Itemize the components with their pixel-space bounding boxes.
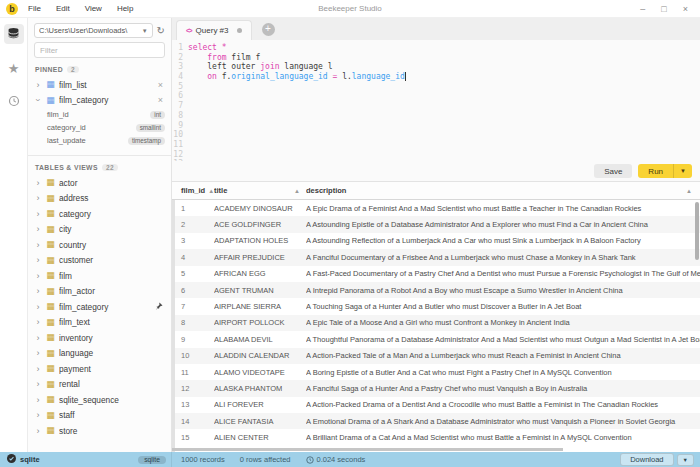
code-line: 5 — [172, 82, 700, 92]
sidebar-item-film[interactable]: › ▦ film — [34, 268, 165, 284]
sidebar-item-store[interactable]: › ▦ store — [34, 423, 165, 439]
cell-title: AFFAIR PREJUDICE — [214, 253, 306, 262]
table-icon: ▦ — [45, 333, 56, 342]
cell-title: ALADDIN CALENDAR — [214, 351, 306, 360]
run-options-caret[interactable]: ▼ — [673, 164, 692, 178]
horizontal-scrollbar[interactable] — [172, 448, 563, 451]
chevron-icon[interactable]: › — [34, 96, 42, 104]
close-button[interactable]: × — [683, 4, 688, 14]
cell-description: A Action-Packed Drama of a Dentist And a… — [306, 400, 700, 409]
sidebar-item-country[interactable]: › ▦ country — [34, 237, 165, 253]
chevron-icon[interactable]: › — [34, 349, 42, 357]
pinned-item-film_category[interactable]: › ▦ film_category × — [34, 93, 165, 109]
cell-film-id: 8 — [172, 318, 214, 327]
unpin-icon[interactable]: × — [158, 80, 165, 90]
filter-input[interactable] — [34, 42, 165, 58]
chevron-icon[interactable]: › — [34, 334, 42, 342]
table-row[interactable]: 11 ALAMO VIDEOTAPE A Boring Epistle of a… — [172, 364, 700, 380]
table-row[interactable]: 5 AFRICAN EGG A Fast-Paced Documentary o… — [172, 266, 700, 282]
sidebar-item-rental[interactable]: › ▦ rental — [34, 377, 165, 393]
chevron-icon[interactable]: › — [34, 179, 42, 187]
refresh-icon[interactable]: ↻ — [157, 26, 165, 36]
sidebar-item-film_category[interactable]: › ▦ film_category — [34, 299, 165, 315]
check-circle-icon — [7, 454, 16, 465]
column-header-description[interactable]: description ▲ — [306, 186, 700, 195]
table-row[interactable]: 9 ALABAMA DEVIL A Thoughtful Panorama of… — [172, 331, 700, 347]
minimize-button[interactable]: – — [640, 4, 645, 14]
chevron-icon[interactable]: › — [34, 411, 42, 419]
chevron-icon[interactable]: › — [34, 380, 42, 388]
connection-dropdown[interactable]: C:\Users\User\Downloads\ ▼ — [34, 23, 153, 38]
menu-view[interactable]: View — [85, 4, 102, 13]
column-header-film-id[interactable]: film_id ▲ — [172, 186, 214, 195]
table-row[interactable]: 15 ALIEN CENTER A Brilliant Drama of a C… — [172, 429, 700, 445]
download-button[interactable]: Download — [620, 453, 673, 466]
sidebar-item-staff[interactable]: › ▦ staff — [34, 408, 165, 424]
table-row[interactable]: 7 AIRPLANE SIERRA A Touching Saga of a H… — [172, 298, 700, 314]
sidebar-item-address[interactable]: › ▦ address — [34, 191, 165, 207]
caret-down-icon: ▼ — [142, 28, 148, 34]
chevron-icon[interactable]: › — [34, 241, 42, 249]
table-row[interactable]: 1 ACADEMY DINOSAUR A Epic Drama of a Fem… — [172, 200, 700, 216]
chevron-icon[interactable]: › — [34, 210, 42, 218]
sql-editor[interactable]: 1 select * 2 from film f 3 left outer jo… — [172, 40, 700, 161]
add-tab-button[interactable]: + — [262, 23, 275, 36]
menu-edit[interactable]: Edit — [56, 4, 70, 13]
sidebar-item-film_text[interactable]: › ▦ film_text — [34, 315, 165, 331]
sidebar-item-category[interactable]: › ▦ category — [34, 206, 165, 222]
database-tab-button[interactable] — [4, 24, 24, 44]
table-row[interactable]: 3 ADAPTATION HOLES A Astounding Reflecti… — [172, 233, 700, 249]
sort-icon[interactable]: ▲ — [686, 188, 692, 194]
chevron-icon[interactable]: › — [34, 81, 42, 89]
chevron-icon[interactable]: › — [34, 365, 42, 373]
cell-film-id: 10 — [172, 351, 214, 360]
sidebar-item-customer[interactable]: › ▦ customer — [34, 253, 165, 269]
chevron-icon[interactable]: › — [34, 272, 42, 280]
table-row[interactable]: 12 ALASKA PHANTOM A Fanciful Saga of a H… — [172, 380, 700, 396]
table-row[interactable]: 8 AIRPORT POLLOCK A Epic Tale of a Moose… — [172, 315, 700, 331]
save-button[interactable]: Save — [594, 164, 632, 178]
code-token: l. — [337, 72, 351, 81]
chevron-icon[interactable]: › — [34, 303, 42, 311]
column-type-badge: int — [150, 111, 165, 119]
chevron-icon[interactable]: › — [34, 427, 42, 435]
sidebar-item-city[interactable]: › ▦ city — [34, 222, 165, 238]
pinned-item-film_list[interactable]: › ▦ film_list × — [34, 77, 165, 93]
table-row[interactable]: 2 ACE GOLDFINGER A Astounding Epistle of… — [172, 216, 700, 232]
maximize-button[interactable]: □ — [661, 4, 666, 14]
favorites-tab-button[interactable]: ★ — [4, 58, 24, 78]
main-panel: <> Query #3 + 1 select * 2 from film f 3… — [172, 18, 700, 452]
connection-name[interactable]: sqlite — [20, 455, 40, 464]
menu-file[interactable]: File — [28, 4, 41, 13]
run-button[interactable]: Run — [638, 164, 673, 178]
chevron-icon[interactable]: › — [34, 225, 42, 233]
sidebar-item-language[interactable]: › ▦ language — [34, 346, 165, 362]
sidebar-item-payment[interactable]: › ▦ payment — [34, 361, 165, 377]
vertical-scrollbar[interactable] — [695, 202, 699, 260]
sidebar-item-actor[interactable]: › ▦ actor — [34, 175, 165, 191]
line-number: 8 — [172, 111, 188, 121]
history-tab-button[interactable] — [4, 92, 24, 112]
menu-help[interactable]: Help — [117, 4, 133, 13]
download-options-caret[interactable]: ▼ — [677, 454, 694, 466]
tables-section-header: TABLES & VIEWS 22 — [35, 164, 165, 171]
chevron-icon[interactable]: › — [34, 318, 42, 326]
column-header-title[interactable]: title ▲ — [214, 186, 306, 195]
sidebar-item-sqlite_sequence[interactable]: › ▦ sqlite_sequence — [34, 392, 165, 408]
table-row[interactable]: 14 ALICE FANTASIA A Emotional Drama of a… — [172, 413, 700, 429]
code-token: select — [188, 43, 217, 52]
sort-icon[interactable]: ▲ — [294, 188, 300, 194]
unpin-icon[interactable]: × — [158, 95, 165, 105]
table-row[interactable]: 10 ALADDIN CALENDAR A Action-Packed Tale… — [172, 348, 700, 364]
chevron-icon[interactable]: › — [34, 194, 42, 202]
chevron-icon[interactable]: › — [34, 256, 42, 264]
chevron-icon[interactable]: › — [34, 396, 42, 404]
tab-query-3[interactable]: <> Query #3 — [176, 20, 252, 40]
sidebar-item-inventory[interactable]: › ▦ inventory — [34, 330, 165, 346]
table-row[interactable]: 6 AGENT TRUMAN A Intrepid Panorama of a … — [172, 282, 700, 298]
chevron-icon[interactable]: › — [34, 287, 42, 295]
column-name: film_id — [47, 110, 150, 119]
sidebar-item-film_actor[interactable]: › ▦ film_actor — [34, 284, 165, 300]
table-row[interactable]: 13 ALI FOREVER A Action-Packed Drama of … — [172, 397, 700, 413]
table-row[interactable]: 4 AFFAIR PREJUDICE A Fanciful Documentar… — [172, 249, 700, 265]
